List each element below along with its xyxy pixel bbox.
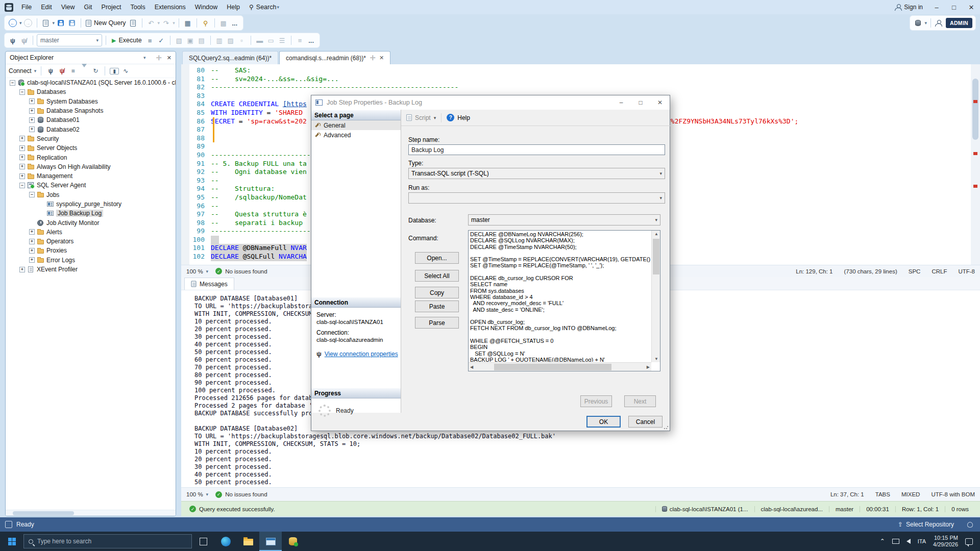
tree-expander[interactable]: − [19, 183, 25, 188]
command-textarea[interactable]: DECLARE @DBNameLog NVARCHAR(256); DECLAR… [468, 230, 660, 371]
editor-vertical-scrollbar[interactable] [971, 64, 980, 265]
save-all-button[interactable] [67, 18, 77, 28]
chevron-down-icon[interactable]: ▾ [206, 492, 209, 497]
tree-item[interactable]: −Jobs [6, 190, 176, 199]
sign-in-button[interactable]: Sign in [895, 4, 923, 11]
open-query-icon[interactable] [128, 18, 138, 28]
tab-comandisql[interactable]: comandisql.s...readmin (68))* ⛌ ✕ [279, 51, 390, 64]
view-connection-properties-link[interactable]: View connection properties [325, 350, 398, 358]
run-as-dropdown[interactable]: ▾ [408, 192, 665, 204]
tree-expander[interactable]: + [29, 98, 35, 104]
edge-browser-icon[interactable] [214, 532, 237, 551]
tree-item[interactable]: +Proxies [6, 246, 176, 255]
dialog-title-bar[interactable]: Job Step Properties - Backup Log – □ ✕ [311, 95, 670, 110]
tree-item[interactable]: +Management [6, 171, 176, 181]
volume-icon[interactable] [906, 539, 911, 544]
menu-item-git[interactable]: Git [80, 0, 97, 14]
tree-expander[interactable]: + [19, 164, 25, 169]
action-center-icon[interactable] [965, 538, 973, 545]
disconnect-icon[interactable]: ψ̸ [57, 67, 66, 74]
activity-icon[interactable]: ∿ [121, 67, 130, 74]
save-button[interactable] [56, 18, 66, 28]
tree-item[interactable]: +Database Snapshots [6, 106, 176, 115]
feedback-icon[interactable] [5, 521, 12, 528]
tree-item[interactable]: +Operators [6, 237, 176, 246]
select-all-button[interactable]: Select All [415, 270, 459, 282]
outdent-icon[interactable]: ≡ [295, 35, 305, 45]
cancel-button[interactable]: Cancel [628, 416, 663, 428]
tree-item[interactable]: −SQL Server Agent [6, 181, 176, 190]
tree-expander[interactable]: − [19, 89, 25, 95]
line-ending[interactable]: MIXED [901, 491, 920, 497]
execute-button[interactable]: ▶ Execute [110, 35, 144, 45]
ssms-running-app-icon[interactable] [259, 532, 282, 551]
tree-expander[interactable]: + [19, 136, 25, 141]
previous-button[interactable]: Previous [580, 395, 612, 407]
menu-item-window[interactable]: Window [190, 0, 222, 14]
tree-item[interactable]: +System Databases [6, 97, 176, 106]
tree-expander[interactable]: + [19, 173, 25, 179]
stop-icon[interactable]: ■ [68, 67, 78, 74]
indent-icon[interactable]: ☰ [277, 35, 287, 45]
database-dropdown[interactable]: master ▾ [468, 214, 660, 226]
disconnect-database-icon[interactable]: ψ̸ [19, 35, 29, 45]
tree-item[interactable]: +Error Logs [6, 256, 176, 265]
tree-expander[interactable]: + [29, 127, 35, 132]
page-item-general[interactable]: General [311, 120, 401, 130]
new-file-button[interactable] [41, 18, 51, 28]
chevron-down-icon[interactable]: ▾ [206, 269, 209, 274]
menu-search[interactable]: ⚲ Search ▾ [244, 0, 284, 14]
query-options-icon[interactable]: ▣ [185, 35, 195, 45]
tree-item[interactable]: Job Backup Log [6, 209, 176, 218]
tree-expander[interactable]: + [29, 248, 35, 254]
tree-item[interactable]: +Security [6, 134, 176, 143]
refresh-icon[interactable]: ↻ [91, 67, 100, 74]
taskbar-search-input[interactable]: Type here to search [23, 534, 192, 548]
start-button[interactable] [0, 532, 23, 551]
page-item-advanced[interactable]: Advanced [311, 130, 401, 140]
command-vscrollbar[interactable]: ▲ ▼ [651, 231, 660, 362]
activity-monitor-icon[interactable]: ▩ [218, 18, 229, 28]
menu-item-view[interactable]: View [57, 0, 80, 14]
table-designer-icon[interactable]: ▦ [183, 18, 193, 28]
tree-item[interactable]: +Database01 [6, 115, 176, 124]
code-line[interactable]: 81-- sv=2024-...&ss=...&sig=... [181, 75, 980, 84]
dialog-maximize-button[interactable]: □ [631, 95, 650, 110]
window-maximize-button[interactable]: □ [945, 0, 963, 14]
tree-expander[interactable]: + [19, 145, 25, 151]
database-selector-combo[interactable]: master ▾ [37, 34, 102, 46]
tree-item[interactable]: +Server Objects [6, 143, 176, 153]
open-button[interactable]: Open... [415, 252, 459, 264]
tree-item[interactable]: Job Activity Monitor [6, 218, 176, 227]
chevron-down-icon[interactable]: ▾ [53, 20, 55, 26]
tree-expander[interactable]: + [19, 267, 25, 272]
show-hidden-icons-chevron[interactable]: ⌃ [880, 538, 885, 545]
close-icon[interactable]: ✕ [167, 55, 172, 61]
tree-expander[interactable]: + [29, 229, 35, 235]
results-to-grid-icon[interactable]: ▨ [226, 35, 236, 45]
ssms-launcher-icon[interactable] [282, 532, 304, 551]
tree-expander[interactable]: + [19, 155, 25, 160]
tab-sqlquery2[interactable]: SQLQuery2.sq...eadmin (64))* [182, 51, 278, 64]
notifications-bell-icon[interactable] [967, 522, 973, 528]
tree-expander[interactable]: + [29, 108, 35, 114]
menu-item-help[interactable]: Help [222, 0, 244, 14]
object-explorer-hscrollbar[interactable] [6, 510, 176, 516]
toolbar2-overflow-button[interactable]: ... [306, 35, 316, 45]
redo-button[interactable]: ↷ [161, 18, 171, 28]
connect-database-icon[interactable]: ψ [8, 35, 18, 45]
zoom-level[interactable]: 100 % [186, 268, 203, 274]
tree-item[interactable]: +XEvent Profiler [6, 265, 176, 274]
chevron-down-icon[interactable]: ▾ [925, 20, 927, 26]
encoding[interactable]: UTF-8 with BOM [931, 491, 975, 497]
task-view-button[interactable] [192, 532, 214, 551]
tree-expander[interactable]: + [29, 239, 35, 244]
parse-button[interactable]: Parse [415, 317, 459, 329]
tree-item[interactable]: +Database02 [6, 124, 176, 134]
copy-button[interactable]: Copy [415, 287, 459, 298]
results-grid-icon[interactable]: ▤ [197, 35, 207, 45]
tree-item[interactable]: +Alerts [6, 228, 176, 237]
tab-messages[interactable]: Messages [184, 278, 234, 290]
encoding[interactable]: UTF-8 [958, 268, 975, 274]
results-to-file-icon[interactable]: ▫ [237, 35, 247, 45]
